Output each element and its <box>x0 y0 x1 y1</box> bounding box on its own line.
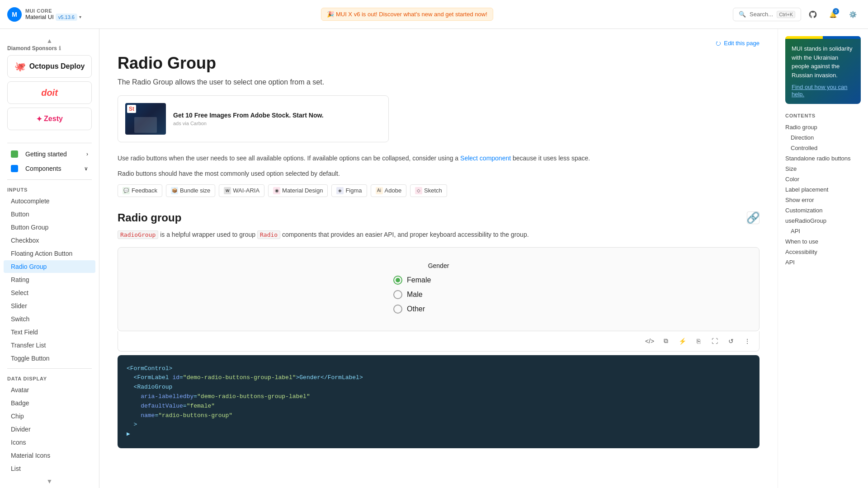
toc-item-show-error[interactable]: Show error <box>785 195 861 205</box>
edit-page-link[interactable]: ⭮ Edit this page <box>118 40 760 47</box>
github-button[interactable] <box>805 6 821 23</box>
sidebar-item-button[interactable]: Button <box>4 208 95 221</box>
notification-badge: 3 <box>833 8 839 14</box>
sponsors-label: Diamond Sponsors ℹ <box>7 45 92 52</box>
reset-button[interactable]: ↺ <box>725 335 737 347</box>
brand-chevron-down-icon[interactable]: ▾ <box>79 14 81 19</box>
tag-material-design[interactable]: ◉ Material Design <box>268 184 328 197</box>
toc-item-radio-group[interactable]: Radio group <box>785 122 861 132</box>
sponsor-octopus[interactable]: 🐙 Octopus Deploy <box>7 55 92 78</box>
more-button[interactable]: ⋮ <box>741 335 754 347</box>
solidarity-text: MUI stands in solidarity with the Ukrain… <box>792 44 854 80</box>
announcement-bar[interactable]: 🎉 MUI X v6 is out! Discover what's new a… <box>321 8 493 21</box>
tag-figma[interactable]: ◈ Figma <box>331 184 367 197</box>
sidebar-item-autocomplete[interactable]: Autocomplete <box>4 195 95 207</box>
toc-item-api[interactable]: API <box>785 257 861 267</box>
tag-adobe[interactable]: Ai Adobe <box>371 184 407 197</box>
tag-wai-aria[interactable]: W WAI-ARIA <box>219 184 264 197</box>
radio-code: Radio <box>257 230 280 239</box>
sidebar-item-text-field[interactable]: Text Field <box>4 326 95 338</box>
description-paragraph-2: Radio buttons should have the most commo… <box>118 169 760 178</box>
sidebar-item-divider[interactable]: Divider <box>4 423 95 436</box>
getting-started-icon <box>11 150 18 158</box>
sidebar-item-icons[interactable]: Icons <box>4 436 95 449</box>
toc-item-use-radio-group[interactable]: useRadioGroup <box>785 216 861 226</box>
sidebar-item-select[interactable]: Select <box>4 286 95 299</box>
page-subtitle: The Radio Group allows the user to selec… <box>118 78 760 86</box>
tag-sketch[interactable]: ◇ Sketch <box>410 184 447 197</box>
toc-item-accessibility[interactable]: Accessibility <box>785 247 861 257</box>
main-layout: ▲ Diamond Sponsors ℹ 🐙 Octopus Deploy do… <box>0 29 868 488</box>
material-icon: ◉ <box>273 187 280 194</box>
search-shortcut: Ctrl+K <box>777 11 795 18</box>
tag-row: 💬 Feedback 📦 Bundle size W WAI-ARIA ◉ Ma… <box>118 184 760 197</box>
sidebar-item-material-icons[interactable]: Material Icons <box>4 449 95 462</box>
sidebar-item-avatar[interactable]: Avatar <box>4 384 95 396</box>
radio-option-female[interactable]: Female <box>393 273 484 287</box>
ad-banner[interactable]: St Get 10 Free Images From Adobe Stock. … <box>118 95 389 142</box>
toc-item-label-placement[interactable]: Label placement <box>785 184 861 195</box>
code-expand-icon[interactable]: ▶ <box>127 431 130 437</box>
radio-option-male[interactable]: Male <box>393 287 484 302</box>
notifications-button[interactable]: 🔔 3 <box>825 6 841 23</box>
toc-item-controlled[interactable]: Controlled <box>785 143 861 153</box>
octopus-logo: 🐙 Octopus Deploy <box>14 61 85 72</box>
expand-icon: ⛶ <box>712 338 718 345</box>
toc-item-standalone-radio-buttons[interactable]: Standalone radio buttons <box>785 153 861 164</box>
sidebar-item-radio-group[interactable]: Radio Group <box>4 260 95 273</box>
demo-toolbar: </> ⧉ ⚡ ⎘ ⛶ ↺ ⋮ <box>118 331 760 352</box>
demo-box: Gender Female Male Other <box>118 247 760 331</box>
expand-button[interactable]: ⛶ <box>708 335 721 347</box>
toc-item-size[interactable]: Size <box>785 164 861 174</box>
sidebar: ▲ Diamond Sponsors ℹ 🐙 Octopus Deploy do… <box>0 29 99 488</box>
search-icon: 🔍 <box>739 11 746 18</box>
toc-item-color[interactable]: Color <box>785 174 861 184</box>
radio-circle-female <box>393 276 402 285</box>
sidebar-item-floating-action-button[interactable]: Floating Action Button <box>4 247 95 260</box>
logo[interactable]: M MUI CORE Material UI v5.13.6 ▾ <box>7 7 81 22</box>
sidebar-item-components[interactable]: Components ∨ <box>4 161 95 176</box>
select-component-link[interactable]: Select component <box>460 155 511 162</box>
toc: CONTENTS Radio group Direction Controlle… <box>785 113 861 267</box>
sidebar-item-getting-started[interactable]: Getting started › <box>4 147 95 161</box>
sidebar-item-badge[interactable]: Badge <box>4 397 95 409</box>
section-anchor-button[interactable]: 🔗 <box>747 211 760 224</box>
toc-item-when-to-use[interactable]: When to use <box>785 236 861 247</box>
main-content: ⭮ Edit this page Radio Group The Radio G… <box>99 29 778 488</box>
radiogroup-code: RadioGroup <box>118 230 158 239</box>
sidebar-item-rating[interactable]: Rating <box>4 273 95 286</box>
octopus-icon: 🐙 <box>14 61 26 72</box>
sidebar-item-transfer-list[interactable]: Transfer List <box>4 339 95 352</box>
toc-item-api-sub[interactable]: API <box>785 226 861 236</box>
sidebar-item-list[interactable]: List <box>4 462 95 475</box>
chevron-down-icon: ∨ <box>84 165 88 172</box>
settings-button[interactable]: ⚙️ <box>844 6 861 23</box>
sidebar-item-toggle-button[interactable]: Toggle Button <box>4 352 95 365</box>
radio-option-other[interactable]: Other <box>393 302 484 316</box>
stackblitz-button[interactable]: ⚡ <box>676 335 689 347</box>
sidebar-data-display-section: DATA DISPLAY Avatar Badge Chip Divider I… <box>0 372 99 475</box>
toc-item-direction[interactable]: Direction <box>785 132 861 143</box>
wai-icon: W <box>224 187 231 194</box>
inputs-section-label: INPUTS <box>0 183 99 194</box>
tag-feedback[interactable]: 💬 Feedback <box>118 184 162 197</box>
scroll-up-arrow[interactable]: ▲ <box>0 36 99 45</box>
sidebar-item-slider[interactable]: Slider <box>4 300 95 312</box>
radio-circle-other <box>393 305 402 314</box>
sponsor-zesty[interactable]: ✦ Zesty <box>7 108 92 130</box>
tag-bundle-size[interactable]: 📦 Bundle size <box>166 184 215 197</box>
sidebar-item-switch[interactable]: Switch <box>4 313 95 325</box>
sidebar-item-checkbox[interactable]: Checkbox <box>4 234 95 247</box>
solidarity-link[interactable]: Find out how you can help. <box>792 84 848 98</box>
info-icon[interactable]: ℹ <box>59 45 61 52</box>
code-toggle-button[interactable]: </> <box>643 335 656 347</box>
toc-item-customization[interactable]: Customization <box>785 205 861 216</box>
sidebar-item-chip[interactable]: Chip <box>4 410 95 422</box>
sandbox-button[interactable]: ⧉ <box>660 335 672 347</box>
sidebar-item-button-group[interactable]: Button Group <box>4 221 95 234</box>
sponsor-doit[interactable]: doit <box>7 81 92 104</box>
search-box[interactable]: 🔍 Search... Ctrl+K <box>733 8 801 21</box>
scroll-down-arrow[interactable]: ▼ <box>0 477 99 486</box>
version-badge[interactable]: v5.13.6 <box>56 14 77 21</box>
copy-button[interactable]: ⎘ <box>692 335 705 347</box>
